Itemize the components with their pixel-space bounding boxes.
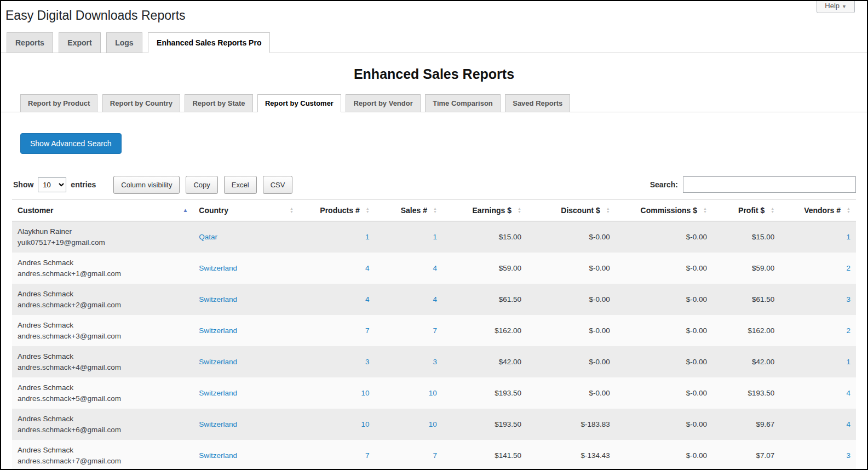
entries-select[interactable]: 10 <box>38 177 66 192</box>
products-link[interactable]: 4 <box>365 295 370 303</box>
vendors-link[interactable]: 3 <box>846 295 850 303</box>
sort-icons: ▲▼ <box>366 207 370 214</box>
commissions-value: $-0.00 <box>616 253 712 284</box>
profit-value: $59.00 <box>712 253 780 284</box>
country-link[interactable]: Switzerland <box>199 264 237 272</box>
discount-value: $-0.00 <box>527 346 616 377</box>
commissions-value: $-0.00 <box>616 409 712 440</box>
earnings-value: $59.00 <box>442 253 527 284</box>
country-link[interactable]: Qatar <box>199 233 217 241</box>
tab-logs[interactable]: Logs <box>106 32 142 53</box>
products-link[interactable]: 10 <box>361 389 370 397</box>
tab-export[interactable]: Export <box>59 32 100 53</box>
sales-link[interactable]: 7 <box>433 326 437 335</box>
customer-name: Andres Schmack <box>18 289 188 299</box>
earnings-value: $141.50 <box>442 440 527 470</box>
page-title: Easy Digital Downloads Reports <box>1 1 867 24</box>
discount-value: $-0.00 <box>527 377 616 409</box>
profit-value: $193.50 <box>712 377 780 409</box>
col-label: Country <box>199 206 228 215</box>
customer-email: yuik07517+19@gmail.com <box>18 237 188 248</box>
col-header-commissions[interactable]: Commissions $▲▼ <box>616 199 712 221</box>
country-link[interactable]: Switzerland <box>199 326 237 335</box>
col-header-products[interactable]: Products #▲▼ <box>299 199 375 221</box>
sales-link[interactable]: 10 <box>429 420 437 428</box>
col-header-profit[interactable]: Profit $▲▼ <box>712 199 780 221</box>
col-header-earnings[interactable]: Earnings $▲▼ <box>442 199 527 221</box>
sales-link[interactable]: 4 <box>433 264 437 272</box>
tab-time-comparison[interactable]: Time Comparison <box>425 94 501 112</box>
sales-link[interactable]: 1 <box>433 233 437 241</box>
vendors-link[interactable]: 4 <box>846 389 850 397</box>
vendors-link[interactable]: 2 <box>846 326 850 335</box>
products-link[interactable]: 1 <box>365 233 370 241</box>
discount-value: $-0.00 <box>527 284 616 315</box>
vendors-link[interactable]: 1 <box>846 233 850 241</box>
commissions-value: $-0.00 <box>616 440 712 470</box>
table-header-row: Customer▲ Country▲▼ Products #▲▼ Sales #… <box>12 199 856 221</box>
tab-report-by-product[interactable]: Report by Product <box>20 94 97 112</box>
customer-name: Andres Schmack <box>18 382 188 393</box>
country-link[interactable]: Switzerland <box>199 451 237 460</box>
search-label: Search: <box>650 180 678 189</box>
products-link[interactable]: 7 <box>365 451 370 460</box>
entries-length-control: Show 10 entries <box>13 177 96 192</box>
help-button[interactable]: Help▼ <box>817 0 855 13</box>
country-link[interactable]: Switzerland <box>199 295 237 303</box>
table-row: Andres Schmackandres.schmack+5@gmail.com… <box>12 377 856 409</box>
csv-button[interactable]: CSV <box>263 176 293 194</box>
tab-saved-reports[interactable]: Saved Reports <box>505 94 570 112</box>
vendors-link[interactable]: 2 <box>846 264 850 272</box>
tab-enhanced-sales-reports-pro[interactable]: Enhanced Sales Reports Pro <box>148 32 270 53</box>
table-row: Andres Schmackandres.schmack+2@gmail.com… <box>12 284 856 315</box>
col-header-customer[interactable]: Customer▲ <box>12 199 193 221</box>
commissions-value: $-0.00 <box>616 346 712 377</box>
tab-report-by-vendor[interactable]: Report by Vendor <box>346 94 420 112</box>
commissions-value: $-0.00 <box>616 377 712 409</box>
customer-email: andres.schmack+2@gmail.com <box>18 300 188 310</box>
col-header-sales[interactable]: Sales #▲▼ <box>375 199 442 221</box>
products-link[interactable]: 10 <box>361 420 370 428</box>
excel-button[interactable]: Excel <box>224 176 257 194</box>
vendors-link[interactable]: 4 <box>846 420 850 428</box>
country-link[interactable]: Switzerland <box>199 389 237 397</box>
sort-icons: ▲▼ <box>606 207 610 214</box>
products-link[interactable]: 3 <box>365 358 370 366</box>
search-input[interactable] <box>683 176 856 193</box>
vendors-link[interactable]: 1 <box>846 358 850 366</box>
profit-value: $162.00 <box>712 315 780 346</box>
table-controls: Show 10 entries Column visibility Copy E… <box>13 176 856 194</box>
sales-link[interactable]: 7 <box>433 451 437 460</box>
country-link[interactable]: Switzerland <box>199 420 237 428</box>
vendors-link[interactable]: 3 <box>846 451 850 460</box>
products-link[interactable]: 7 <box>365 326 370 335</box>
customer-name: Andres Schmack <box>18 445 188 455</box>
tab-report-by-country[interactable]: Report by Country <box>102 94 180 112</box>
show-advanced-search-button[interactable]: Show Advanced Search <box>20 133 122 154</box>
col-header-country[interactable]: Country▲▼ <box>193 199 299 221</box>
customer-name: Alaykhun Rainer <box>18 226 188 237</box>
col-label: Customer <box>18 206 53 215</box>
products-link[interactable]: 4 <box>365 264 370 272</box>
col-header-discount[interactable]: Discount $▲▼ <box>527 199 616 221</box>
earnings-value: $193.50 <box>442 377 527 409</box>
tab-reports[interactable]: Reports <box>7 32 53 53</box>
copy-button[interactable]: Copy <box>186 176 217 194</box>
show-label: Show <box>13 180 33 189</box>
tab-report-by-customer[interactable]: Report by Customer <box>257 94 341 112</box>
col-label: Vendors # <box>804 206 841 215</box>
profit-value: $42.00 <box>712 346 780 377</box>
column-visibility-button[interactable]: Column visibility <box>113 176 180 194</box>
sort-icons: ▲▼ <box>290 207 294 214</box>
sort-icons: ▲▼ <box>771 207 774 214</box>
profit-value: $15.00 <box>712 221 780 253</box>
country-link[interactable]: Switzerland <box>199 358 237 366</box>
main-tab-bar: Reports Export Logs Enhanced Sales Repor… <box>1 32 867 53</box>
tab-report-by-state[interactable]: Report by State <box>185 94 252 112</box>
col-header-vendors[interactable]: Vendors #▲▼ <box>780 199 856 221</box>
sort-icons: ▲▼ <box>518 207 521 214</box>
sales-link[interactable]: 4 <box>433 295 437 303</box>
sales-link[interactable]: 3 <box>433 358 437 366</box>
col-label: Commissions $ <box>641 206 697 215</box>
sales-link[interactable]: 10 <box>429 389 437 397</box>
